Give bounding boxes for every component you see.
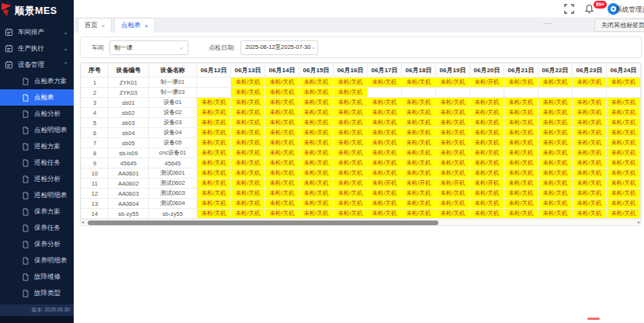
status-cell: 未检/关机 — [436, 128, 470, 138]
status-cell: 未检/关机 — [402, 98, 436, 108]
tab-inspection-sheet[interactable]: 点检表 × — [114, 18, 155, 33]
top-header: 99+ 系统管理员 — [74, 0, 644, 18]
status-cell: 未检/关机 — [299, 118, 334, 128]
status-cell: 未检/关机 — [607, 189, 641, 199]
tab-home[interactable]: 首页 × — [78, 18, 112, 33]
status-cell: 未检/关机 — [231, 189, 265, 199]
status-cell: 未检/关机 — [197, 118, 231, 128]
status-cell: 未检/关机 — [197, 138, 231, 148]
status-cell: 未检/关机 — [334, 138, 368, 148]
status-cell: 未检/关机 — [231, 138, 265, 148]
table-row: 8sb-lx09cnc设备01未检/关机未检/关机未检/关机未检/关机未检/关机… — [81, 148, 641, 158]
file-icon — [22, 257, 29, 265]
status-cell — [470, 88, 504, 98]
file-icon — [22, 94, 29, 102]
chevron-down-icon: ⌄ — [310, 45, 316, 50]
status-cell: 未检/关机 — [334, 98, 368, 108]
equipment-name: sb-zy55 — [149, 209, 197, 219]
bell-icon[interactable] — [584, 4, 594, 14]
scroll-right-icon[interactable]: ▸ — [638, 219, 640, 224]
status-cell — [197, 78, 231, 88]
row-index: 8 — [81, 148, 109, 158]
workshop-select[interactable]: 制一课 ⌄ — [109, 40, 189, 55]
inspection-table: 序号设备编号设备名称06月12日06月13日06月14日06月15日06月16日… — [81, 63, 641, 219]
sidebar-item[interactable]: 保养方案 — [0, 203, 74, 220]
status-cell: 未检/关机 — [573, 128, 607, 138]
status-cell: 未检/关机 — [368, 138, 402, 148]
row-index: 12 — [81, 189, 109, 199]
column-header: 设备编号 — [109, 64, 149, 78]
status-cell: 未检/关机 — [538, 209, 573, 219]
status-cell: 未检/关机 — [299, 148, 334, 158]
logo-icon — [2, 3, 15, 19]
tab-more-button[interactable]: ··· — [543, 19, 552, 27]
sidebar-item[interactable]: 点检表 — [0, 89, 74, 106]
status-cell: 未检/关机 — [504, 148, 538, 158]
horizontal-scrollbar[interactable]: ◂ ▸ — [81, 219, 641, 225]
status-cell: 未检/关机 — [265, 189, 299, 199]
sidebar-item-label: 点检明细表 — [34, 126, 68, 135]
status-cell: 未检/关机 — [265, 88, 299, 98]
sidebar-item-label: 点检分析 — [34, 109, 61, 119]
sidebar-item-label: 保养方案 — [34, 207, 61, 217]
sidebar-item[interactable]: 点检表方案 — [0, 73, 74, 89]
status-cell: 未检/关机 — [334, 189, 368, 199]
status-cell: 未检/关机 — [573, 158, 607, 168]
equipment-code: sb-zy55 — [109, 209, 149, 219]
status-cell: 未检/关机 — [402, 168, 436, 179]
sidebar-item[interactable]: 点检分析 — [0, 106, 74, 122]
status-cell: 未检/关机 — [573, 209, 607, 219]
sidebar-item[interactable]: 巡检任务 — [0, 155, 74, 171]
row-index: 6 — [81, 128, 109, 138]
sidebar-item[interactable]: 故障维修 — [0, 269, 74, 285]
sidebar-item[interactable]: 保养明细表 — [0, 252, 74, 269]
status-cell: 未检/关机 — [607, 158, 641, 168]
status-cell: 未检/关机 — [334, 118, 368, 128]
close-icon[interactable]: × — [145, 23, 148, 29]
sidebar-item[interactable]: 巡检明细表 — [0, 187, 74, 203]
status-cell: 未检/关机 — [265, 158, 299, 168]
sidebar-item[interactable]: 巡检分析 — [0, 171, 74, 187]
status-cell: 未检/关机 — [538, 179, 573, 189]
status-cell: 未检/关机 — [197, 158, 231, 168]
status-cell: 未检/关机 — [573, 118, 607, 128]
sidebar-group[interactable]: 车间排产⌄ — [0, 24, 74, 40]
column-header: 06月13日 — [231, 64, 265, 78]
status-cell: 未检/关机 — [197, 168, 231, 179]
user-name[interactable]: 系统管理员 — [616, 5, 644, 15]
sidebar-item[interactable]: 保养分析 — [0, 236, 74, 252]
close-icon[interactable]: × — [102, 23, 105, 29]
status-cell: 未检/关机 — [607, 148, 641, 158]
status-cell: 未检/关机 — [504, 108, 538, 118]
status-cell: 未检/关机 — [573, 78, 607, 88]
close-other-tabs-button[interactable]: 关闭其他标签页 — [594, 19, 644, 32]
file-icon — [22, 143, 29, 151]
scrollbar-thumb[interactable] — [88, 221, 438, 225]
status-cell: 未检/关机 — [299, 78, 334, 88]
date-range-picker[interactable]: 2025-06-12至2025-07-30 ⌄ — [241, 40, 318, 55]
status-cell: 未检/关机 — [402, 199, 436, 209]
sidebar-group[interactable]: 设备管理⌃ — [0, 57, 74, 73]
date-range-value: 2025-06-12至2025-07-30 — [245, 43, 310, 51]
table-row: 11AA0602测试0602未检/关机未检/关机未检/关机未检/关机未检/关机未… — [81, 179, 641, 189]
sidebar-item[interactable]: 点检明细表 — [0, 122, 74, 138]
row-index: 14 — [81, 209, 109, 219]
sidebar-item[interactable]: 保养任务 — [0, 220, 74, 236]
column-header: 06月16日 — [334, 64, 368, 78]
status-cell: 未检/关机 — [334, 209, 368, 219]
status-cell: 未检/关机 — [265, 108, 299, 118]
sidebar-group[interactable]: 生产执行⌄ — [0, 40, 74, 57]
status-cell: 未检/关机 — [607, 78, 641, 88]
equipment-name: 设备03 — [149, 118, 197, 128]
status-cell: 未检/关机 — [504, 118, 538, 128]
row-index: 13 — [81, 199, 109, 209]
row-index: 10 — [81, 168, 109, 179]
sidebar-item[interactable]: 故障类型 — [0, 285, 74, 301]
sidebar-item[interactable]: 巡检方案 — [0, 138, 74, 155]
status-cell: 未检/关机 — [504, 189, 538, 199]
scroll-left-icon[interactable]: ◂ — [81, 219, 84, 224]
status-cell: 未检/关机 — [470, 168, 504, 179]
content: 车间 制一课 ⌄ 点检日期: 2025-06-12至2025-07-30 ⌄ 序… — [74, 33, 644, 226]
equipment-code: AA0601 — [109, 168, 149, 179]
fullscreen-icon[interactable] — [564, 4, 574, 14]
